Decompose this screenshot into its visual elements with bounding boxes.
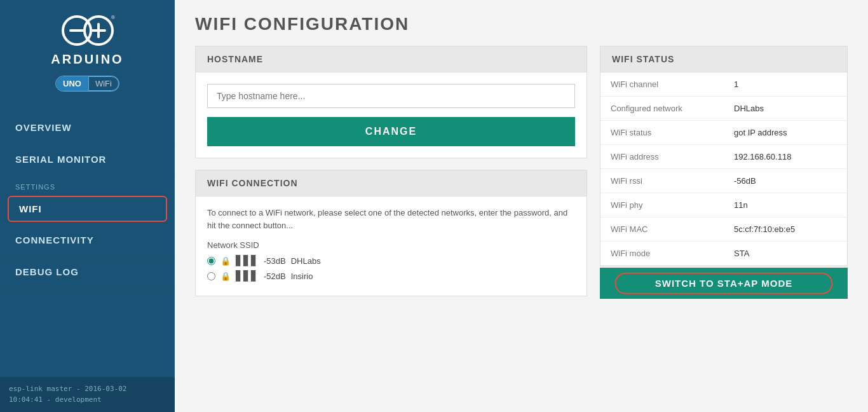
badge-wifi: WiFi: [88, 76, 119, 91]
arduino-logo-icon: ®: [59, 11, 116, 50]
status-value: DHLabs: [724, 97, 847, 121]
status-value: -56dB: [724, 169, 847, 193]
table-row: WiFi MAC5c:cf:7f:10:eb:e5: [600, 217, 847, 242]
left-column: HOSTNAME CHANGE WIFI CONNECTION To conne…: [195, 46, 587, 299]
footer-info: esp-link master - 2016-03-02 10:04:41 - …: [0, 377, 175, 412]
arduino-brand-label: ARDUINO: [51, 52, 123, 67]
badge-uno: UNO: [56, 76, 88, 91]
status-label: WiFi phy: [600, 193, 724, 217]
network-name-1: Insirio: [291, 271, 313, 281]
wifi-connection-body: To connect to a WiFi network, please sel…: [196, 196, 587, 296]
network-signal-1: -52dB: [264, 271, 286, 281]
table-row: WiFi rssi-56dB: [600, 169, 847, 193]
sidebar-item-connectivity[interactable]: CONNECTIVITY: [0, 224, 175, 256]
wifi-connection-card: WIFI CONNECTION To connect to a WiFi net…: [195, 170, 587, 296]
board-badge: UNO WiFi: [55, 76, 119, 92]
lock-icon: 🔒: [220, 271, 231, 281]
content-area: HOSTNAME CHANGE WIFI CONNECTION To conne…: [175, 46, 868, 314]
hostname-card-header: HOSTNAME: [196, 46, 587, 72]
status-label: WiFi MAC: [600, 217, 724, 242]
network-ssid-label: Network SSID: [207, 240, 575, 250]
footer-line1: esp-link master - 2016-03-02: [9, 383, 166, 395]
table-row: WiFi address192.168.60.118: [600, 145, 847, 169]
settings-label: SETTINGS: [0, 175, 175, 193]
main-content: WIFI CONFIGURATION HOSTNAME CHANGE WIFI …: [175, 0, 868, 412]
network-radio-0[interactable]: [207, 257, 215, 265]
sidebar-item-debug-log[interactable]: DEBUG LOG: [0, 256, 175, 288]
status-label: WiFi status: [600, 121, 724, 145]
signal-icon: ▋▋▋: [236, 255, 259, 266]
svg-rect-2: [69, 29, 85, 32]
sidebar-item-overview[interactable]: OVERVIEW: [0, 112, 175, 144]
status-label: WiFi address: [600, 145, 724, 169]
svg-rect-4: [97, 23, 100, 38]
switch-mode-container: SWITCH TO STA+AP MODE: [600, 266, 848, 299]
table-row: WiFi modeSTA: [600, 242, 847, 266]
page-title: WIFI CONFIGURATION: [195, 14, 848, 34]
wifi-connection-desc: To connect to a WiFi network, please sel…: [207, 207, 575, 231]
switch-mode-button[interactable]: SWITCH TO STA+AP MODE: [600, 268, 848, 299]
status-label: WiFi rssi: [600, 169, 724, 193]
table-row: WiFi channel1: [600, 72, 847, 97]
wifi-connection-header: WIFI CONNECTION: [196, 170, 587, 196]
status-value: 1: [724, 72, 847, 97]
hostname-card-body: CHANGE: [196, 72, 587, 158]
signal-icon: ▋▋▋: [236, 270, 259, 282]
logo-area: ® ARDUINO UNO WiFi: [0, 0, 175, 99]
status-label: WiFi channel: [600, 72, 724, 97]
table-row: Configured networkDHLabs: [600, 97, 847, 121]
status-value: got IP address: [724, 121, 847, 145]
nav-section: OVERVIEW SERIAL MONITOR SETTINGS WIFI CO…: [0, 112, 175, 288]
button-ring-decoration: [614, 272, 832, 294]
network-name-0: DHLabs: [291, 256, 321, 266]
table-row: WiFi phy11n: [600, 193, 847, 217]
status-value: STA: [724, 242, 847, 266]
wifi-status-card: WIFI STATUS WiFi channel1Configured netw…: [600, 46, 848, 266]
status-value: 5c:cf:7f:10:eb:e5: [724, 217, 847, 242]
sidebar-item-serial-monitor[interactable]: SERIAL MONITOR: [0, 144, 175, 175]
sidebar-item-wifi[interactable]: WIFI: [8, 196, 167, 222]
wifi-status-header: WIFI STATUS: [600, 46, 847, 72]
list-item: 🔒 ▋▋▋ -53dB DHLabs: [207, 255, 575, 266]
status-label: WiFi mode: [600, 242, 724, 266]
table-row: WiFi statusgot IP address: [600, 121, 847, 145]
hostname-card: HOSTNAME CHANGE: [195, 46, 587, 158]
wifi-status-table: WiFi channel1Configured networkDHLabsWiF…: [600, 72, 847, 266]
network-signal-0: -53dB: [264, 256, 286, 266]
status-value: 192.168.60.118: [724, 145, 847, 169]
sidebar: ® ARDUINO UNO WiFi OVERVIEW SERIAL MONIT…: [0, 0, 175, 412]
footer-line2: 10:04:41 - development: [9, 394, 166, 406]
svg-text:®: ®: [111, 15, 115, 20]
list-item: 🔒 ▋▋▋ -52dB Insirio: [207, 270, 575, 282]
network-radio-1[interactable]: [207, 272, 215, 280]
page-title-bar: WIFI CONFIGURATION: [175, 0, 868, 46]
right-column: WIFI STATUS WiFi channel1Configured netw…: [600, 46, 848, 299]
hostname-input[interactable]: [207, 84, 575, 108]
change-button[interactable]: CHANGE: [207, 117, 575, 146]
lock-icon: 🔒: [220, 256, 231, 266]
status-label: Configured network: [600, 97, 724, 121]
status-value: 11n: [724, 193, 847, 217]
